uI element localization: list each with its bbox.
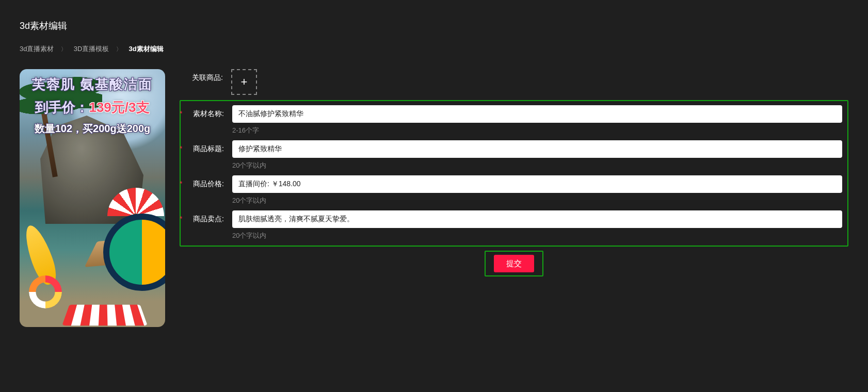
preview-line1: 芙蓉肌 氨基酸洁面	[20, 75, 165, 93]
label-product-title: 商品标题:	[181, 140, 224, 154]
chevron-right-icon: 〉	[116, 46, 122, 52]
label-related-product: 关联商品:	[180, 69, 223, 83]
preview-line2: 到手价：139元/3支	[20, 99, 165, 117]
crumb-3d-template[interactable]: 3D直播模板	[74, 45, 109, 53]
preview-line2-prefix: 到手价：	[35, 100, 89, 115]
page-title: 3d素材编辑	[20, 20, 848, 32]
breadcrumb: 3d直播素材 〉 3D直播模板 〉 3d素材编辑	[20, 44, 848, 54]
product-usp-input[interactable]	[232, 210, 842, 228]
chevron-right-icon: 〉	[61, 46, 67, 52]
hint-product-price: 20个字以内	[232, 196, 842, 205]
hint-material-name: 2-16个字	[232, 126, 842, 135]
submit-highlight: 提交	[485, 251, 543, 276]
required-fields-group: 素材名称: 2-16个字 商品标题: 20个字以内 商品价格:	[180, 100, 848, 247]
material-name-input[interactable]	[232, 105, 842, 123]
product-title-input[interactable]	[232, 140, 842, 158]
hint-product-title: 20个字以内	[232, 161, 842, 170]
label-product-price: 商品价格:	[181, 175, 224, 189]
crumb-3d-material[interactable]: 3d直播素材	[20, 45, 54, 53]
submit-button[interactable]: 提交	[494, 255, 534, 272]
edit-form: 关联商品: + 素材名称: 2-16个字 商品标题:	[180, 69, 848, 276]
preview-line2-price: 139元/3支	[89, 100, 149, 115]
preview-card: 芙蓉肌 氨基酸洁面 到手价：139元/3支 数量102，买200g送200g	[20, 69, 165, 327]
hint-product-usp: 20个字以内	[232, 231, 842, 240]
add-product-button[interactable]: +	[231, 69, 257, 95]
label-product-usp: 商品卖点:	[181, 210, 224, 224]
product-price-input[interactable]	[232, 175, 842, 193]
preview-line3: 数量102，买200g送200g	[20, 122, 165, 136]
plus-icon: +	[241, 75, 248, 89]
label-material-name: 素材名称:	[181, 105, 224, 119]
crumb-current: 3d素材编辑	[129, 45, 164, 53]
